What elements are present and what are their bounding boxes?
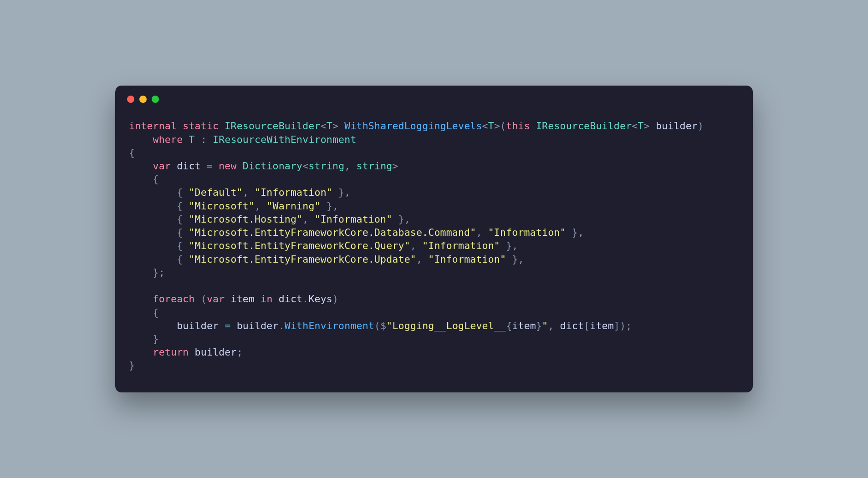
window-titlebar xyxy=(115,86,753,107)
zoom-icon[interactable] xyxy=(152,96,159,103)
code-content: internal static IResourceBuilder<T> With… xyxy=(115,107,753,392)
code-window: internal static IResourceBuilder<T> With… xyxy=(115,86,753,392)
close-icon[interactable] xyxy=(127,96,134,103)
minimize-icon[interactable] xyxy=(139,96,147,103)
